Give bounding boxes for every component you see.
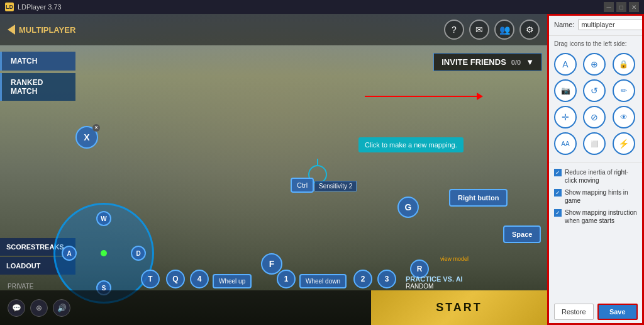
title-bar-text: LDPlayer 3.73 [18,3,62,11]
checkbox-row-2: ✓ Show mapping hints in game [554,188,638,205]
key-d[interactable]: D [131,246,146,261]
key-x-close[interactable]: ✕ [92,124,100,132]
checkbox-label-2: Show mapping hints in game [565,188,638,205]
title-bar-controls: ─ □ ✕ [604,2,639,12]
move-icon[interactable]: ✛ [554,106,577,128]
aa-icon[interactable]: AA [554,132,577,155]
right-panel: Name: ▼ Drag icons to the left side: A ⊕… [547,14,644,325]
right-button-mapping[interactable]: Right button [449,189,508,207]
checkbox-1[interactable]: ✓ [554,169,562,176]
checkbox-3[interactable]: ✓ [554,209,562,217]
key-3-mapping[interactable]: 3 [377,270,396,288]
practice-title: PRACTICE VS. AI [406,275,463,283]
key-x-mapping[interactable]: X ✕ [75,126,98,149]
new-mapping-tooltip[interactable]: Click to make a new mapping. [358,137,464,152]
back-button[interactable]: MULTIPLAYER [8,25,75,35]
letter-a-icon[interactable]: A [554,53,577,76]
game-nav-title: MULTIPLAYER [19,25,75,35]
lock-icon[interactable]: 🔒 [613,53,635,76]
game-top-nav: MULTIPLAYER ? ✉ 👥 ⚙ [0,14,547,45]
name-input[interactable] [578,19,644,30]
close-button[interactable]: ✕ [629,2,639,12]
panel-checkboxes: ✓ Reduce inertia of right-click moving ✓… [548,166,644,227]
checkbox-label-1: Reduce inertia of right-click moving [565,168,638,185]
mail-icon[interactable]: ✉ [469,20,489,40]
joystick-dot [101,250,107,256]
maximize-button[interactable]: □ [616,2,626,12]
checkbox-2[interactable]: ✓ [554,189,562,197]
friends-icon[interactable]: 👥 [494,20,514,40]
key-a[interactable]: A [62,246,77,261]
key-q-mapping[interactable]: Q [166,270,185,288]
checkbox-row-1: ✓ Reduce inertia of right-click moving [554,168,638,185]
title-bar: LD LDPlayer 3.73 ─ □ ✕ [0,0,644,14]
random-label: RANDOM [406,283,463,290]
invite-count: 0/0 [511,59,521,66]
back-arrow-icon [8,25,15,35]
start-button[interactable]: START [371,290,547,325]
sensitivity-label: Sensitivity 2 [314,181,357,191]
game-nav-icons: ? ✉ 👥 ⚙ [444,20,540,40]
crosshair-mapping-icon[interactable]: ⊕ [583,53,606,76]
invite-friends-label: InvITE FRIENDS [441,57,506,67]
private-label: PRIVATE [8,283,33,290]
crosshair-bottom-icon[interactable]: ⊕ [30,299,48,317]
key-g-mapping[interactable]: G [397,197,419,218]
minimize-button[interactable]: ─ [604,2,614,12]
chat-icon[interactable]: 💬 [8,299,25,317]
audio-icon[interactable]: 🔊 [53,299,70,317]
checkbox-label-3: Show mapping instruction when game start… [565,208,638,225]
key-wheel-down-mapping[interactable]: Wheel down [299,274,347,288]
pencil-icon[interactable]: ✏ [613,79,635,102]
panel-name-row: Name: ▼ [548,14,644,36]
red-arrow-indicator [365,96,478,97]
eye-icon[interactable]: 👁 [613,106,635,128]
help-icon[interactable]: ? [444,20,464,40]
practice-vs-ai: PRACTICE VS. AI RANDOM [406,275,463,290]
panel-divider [548,162,644,163]
camera-icon[interactable]: 📷 [554,79,577,102]
restore-button[interactable]: Restore [554,304,594,320]
settings-icon[interactable]: ⚙ [519,20,540,40]
drag-hint: Drag icons to the left side: [548,36,644,50]
app-icon: LD [5,3,14,11]
soldier-figure [189,64,302,291]
view-model-label: view model [440,256,469,262]
key-t-mapping[interactable]: T [141,270,160,288]
key-2-mapping[interactable]: 2 [353,270,372,288]
save-button[interactable]: Save [597,304,638,320]
invite-friends-bar[interactable]: InvITE FRIENDS 0/0 ▼ [433,53,542,71]
checkbox-row-3: ✓ Show mapping instruction when game sta… [554,208,638,225]
match-menu-item[interactable]: MATCH [0,52,75,71]
space-button-mapping[interactable]: Space [503,225,541,243]
key-w[interactable]: W [96,211,111,226]
screen-icon[interactable]: ⬜ [583,132,606,155]
game-area: MULTIPLAYER ? ✉ 👥 ⚙ MATCH RANKED MATCH S… [0,14,547,325]
icon-grid: A ⊕ 🔒 📷 ↺ ✏ ✛ ⊘ 👁 AA ⬜ ⚡ [548,50,644,160]
left-menu: MATCH RANKED MATCH [0,52,75,103]
joystick-area[interactable]: W A D S [53,203,154,304]
reload-icon[interactable]: ↺ [583,79,606,102]
name-label: Name: [554,21,574,28]
invite-dropdown-icon: ▼ [526,57,534,67]
cancel-icon[interactable]: ⊘ [583,106,606,128]
lightning-icon[interactable]: ⚡ [613,132,635,155]
panel-buttons: Restore Save [548,299,644,325]
ranked-match-menu-item[interactable]: RANKED MATCH [0,73,75,101]
